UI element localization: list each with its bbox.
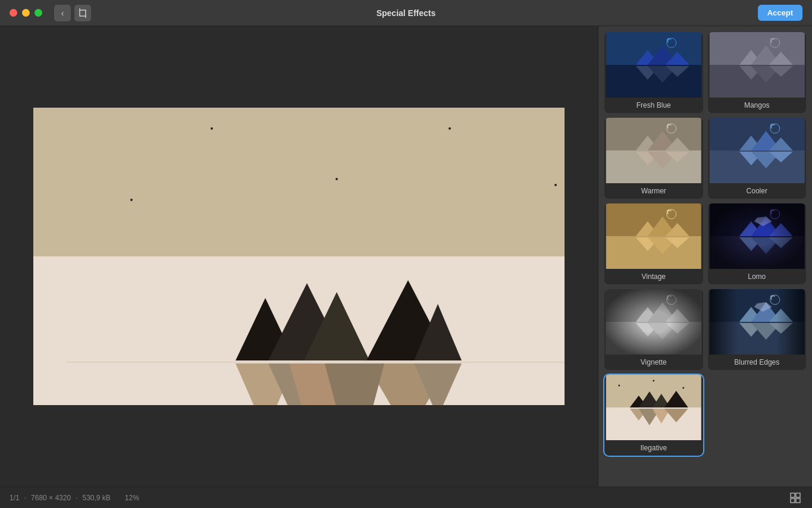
svg-point-105 (682, 387, 684, 389)
svg-rect-115 (796, 493, 800, 497)
fresh-blue-svg (604, 32, 703, 98)
svg-rect-114 (791, 493, 795, 497)
status-filesize: 530,9 kB (82, 494, 110, 502)
effect-blurred-edges-thumb (708, 289, 807, 355)
status-dimensions: 7680 × 4320 (31, 494, 71, 502)
preview-area (0, 26, 598, 487)
grid-view-button[interactable] (788, 491, 802, 505)
crop-icon (78, 8, 87, 18)
image-container (33, 108, 565, 405)
accept-button[interactable]: Accept (758, 5, 802, 21)
effect-cooler-thumb (708, 118, 807, 183)
status-zoom: 12% (125, 494, 139, 502)
svg-point-103 (618, 385, 620, 387)
effect-vintage-label: Vintage (604, 269, 703, 284)
effect-warmer[interactable]: Warmer (604, 118, 703, 199)
effect-lomo-label: Lomo (708, 269, 807, 284)
svg-point-104 (653, 380, 654, 382)
effect-blurred-edges[interactable]: Blurred Edges (708, 289, 807, 370)
effect-lomo-thumb (708, 203, 807, 269)
window-title: Special Effects (377, 8, 436, 18)
effect-mangos-thumb (708, 32, 807, 98)
titlebar-left: ‹ (10, 5, 91, 21)
status-page: 1/1 (10, 494, 20, 502)
maximize-button[interactable] (35, 9, 42, 17)
svg-point-9 (554, 184, 557, 186)
effect-cooler-label: Cooler (708, 183, 807, 199)
svg-point-7 (336, 178, 338, 180)
svg-point-5 (211, 127, 213, 130)
effect-ilegative-thumb (604, 375, 703, 440)
effect-cooler[interactable]: Cooler (708, 118, 807, 199)
lomo-svg (708, 203, 807, 269)
effect-fresh-blue-label: Fresh Blue (604, 98, 703, 113)
main-scene-svg (33, 108, 565, 405)
effect-blurred-edges-label: Blurred Edges (708, 355, 807, 370)
effect-vignette-thumb (604, 289, 703, 355)
effect-mangos[interactable]: Mangos (708, 32, 807, 113)
effect-lomo[interactable]: Lomo (708, 203, 807, 284)
main-content: Fresh Blue Mangos (0, 26, 812, 487)
effect-mangos-label: Mangos (708, 98, 807, 113)
titlebar-nav: ‹ (54, 5, 91, 21)
effect-ilegative[interactable]: Ilegative (604, 375, 703, 456)
effect-fresh-blue-thumb (604, 32, 703, 98)
svg-rect-117 (796, 498, 800, 503)
vignette-svg (604, 289, 703, 355)
mangos-svg (708, 32, 807, 98)
svg-point-8 (130, 199, 133, 201)
status-dot-2: · (76, 494, 77, 502)
status-bar: 1/1 · 7680 × 4320 · 530,9 kB 12% (0, 487, 812, 508)
vintage-svg (604, 203, 703, 269)
effect-ilegative-label: Ilegative (604, 440, 703, 456)
main-image (33, 108, 565, 405)
svg-point-6 (449, 127, 451, 130)
status-dot-1: · (24, 494, 26, 502)
close-button[interactable] (10, 9, 17, 17)
titlebar: ‹ Special Effects Accept (0, 0, 812, 26)
svg-rect-78 (709, 203, 804, 269)
effect-vintage[interactable]: Vintage (604, 203, 703, 284)
svg-rect-116 (791, 498, 795, 503)
warmer-svg (604, 118, 703, 183)
status-info: 1/1 · 7680 × 4320 · 530,9 kB 12% (10, 494, 139, 502)
effect-vignette[interactable]: Vignette (604, 289, 703, 370)
svg-rect-100 (709, 289, 804, 355)
ilegative-svg (604, 375, 703, 440)
effect-vignette-label: Vignette (604, 355, 703, 370)
cooler-svg (708, 118, 807, 183)
svg-rect-88 (606, 289, 701, 355)
minimize-button[interactable] (22, 9, 30, 17)
effects-sidebar: Fresh Blue Mangos (598, 26, 812, 487)
svg-rect-3 (33, 108, 565, 256)
back-button[interactable]: ‹ (54, 5, 71, 21)
effect-warmer-thumb (604, 118, 703, 183)
effect-vintage-thumb (604, 203, 703, 269)
grid-icon (790, 493, 801, 503)
effect-fresh-blue[interactable]: Fresh Blue (604, 32, 703, 113)
blurred-edges-svg (708, 289, 807, 355)
crop-button[interactable] (74, 5, 91, 21)
effect-warmer-label: Warmer (604, 183, 703, 199)
svg-rect-0 (80, 10, 86, 16)
